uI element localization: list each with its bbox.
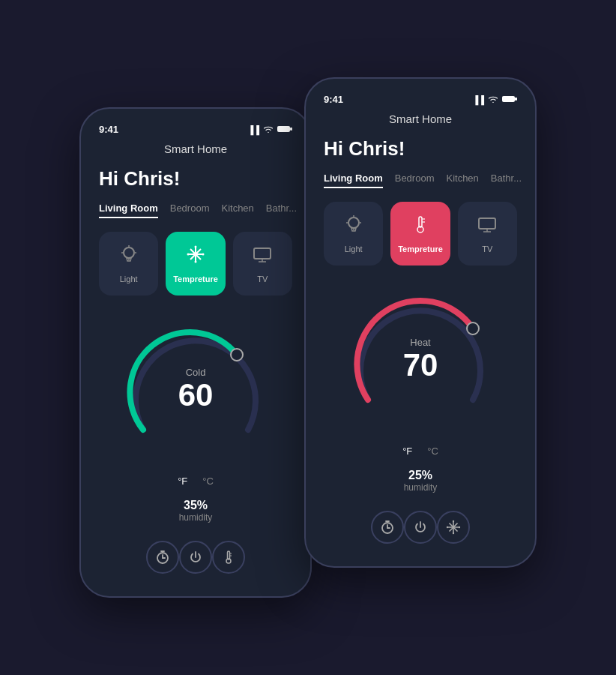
greeting-front: Hi Chris! — [306, 137, 535, 160]
device-light-front[interactable]: Light — [324, 202, 383, 266]
tab-bedroom-front[interactable]: Bedroom — [395, 172, 435, 188]
svg-point-11 — [194, 246, 196, 248]
battery-icon — [277, 125, 292, 134]
tab-bathroom-front[interactable]: Bathr... — [491, 172, 522, 188]
status-bar-front: 9:41 ▐▐ — [306, 94, 535, 105]
unit-f-front[interactable]: °F — [402, 446, 412, 457]
unit-c-front[interactable]: °C — [427, 446, 438, 457]
temperature-label-back: Tempreture — [173, 274, 218, 284]
tv-label-front: TV — [482, 244, 492, 254]
device-temperature-front[interactable]: Tempreture — [390, 202, 450, 266]
temp-units-front: °F °C — [402, 446, 438, 457]
dial-center-front: Heat 70 — [403, 337, 438, 381]
unit-f-back[interactable]: °F — [178, 476, 187, 487]
devices-grid-back: Light Tempreture — [81, 232, 310, 296]
svg-point-18 — [231, 349, 243, 361]
status-time-front: 9:41 — [324, 94, 343, 105]
status-icons-front: ▐▐ — [472, 95, 517, 104]
bottom-controls-back — [128, 541, 263, 574]
dial-temp-back: 60 — [178, 380, 214, 411]
status-time-back: 9:41 — [99, 124, 118, 135]
svg-rect-0 — [277, 126, 290, 132]
light-icon-back — [118, 244, 139, 270]
app-title-front: Smart Home — [306, 112, 535, 125]
thermostat-front: Heat 70 °F °C 25% humidity — [306, 284, 535, 544]
dial-front: Heat 70 — [345, 284, 495, 434]
battery-icon-front — [502, 95, 517, 104]
status-bar-back: 9:41 ▐▐ — [81, 124, 310, 135]
humidity-front: 25% humidity — [404, 469, 438, 493]
device-tv-back[interactable]: TV — [233, 232, 292, 296]
svg-point-13 — [187, 254, 189, 256]
signal-icon-front: ▐▐ — [472, 95, 484, 104]
signal-icon: ▐▐ — [247, 125, 259, 134]
tv-icon-front — [477, 214, 498, 240]
svg-rect-27 — [502, 96, 515, 102]
tab-living-room-front[interactable]: Living Room — [324, 172, 383, 188]
temperature-label-front: Tempreture — [398, 244, 443, 254]
light-label-front: Light — [345, 244, 363, 254]
room-tabs-back: Living Room Bedroom Kitchen Bathr... — [81, 202, 310, 218]
timer-button-back[interactable] — [146, 541, 179, 574]
svg-point-53 — [459, 526, 460, 528]
tab-bathroom-back[interactable]: Bathr... — [266, 202, 297, 218]
svg-point-50 — [453, 520, 454, 522]
svg-point-51 — [453, 532, 454, 534]
devices-grid-front: Light Tempreture — [306, 202, 535, 266]
svg-point-12 — [194, 261, 196, 263]
dial-temp-front: 70 — [403, 350, 438, 381]
power-button-front[interactable] — [404, 511, 437, 544]
phone-cold: 9:41 ▐▐ Smart Home — [79, 107, 312, 598]
svg-point-14 — [202, 254, 204, 256]
humidity-value-back: 35% — [179, 499, 213, 512]
tab-bedroom-back[interactable]: Bedroom — [170, 202, 210, 218]
dial-mode-front: Heat — [403, 337, 438, 348]
wifi-icon — [263, 125, 274, 134]
tab-kitchen-back[interactable]: Kitchen — [221, 202, 253, 218]
humidity-label-front: humidity — [404, 482, 438, 493]
light-icon-front — [343, 214, 364, 240]
tab-living-room-back[interactable]: Living Room — [99, 202, 158, 218]
svg-point-52 — [447, 526, 448, 528]
app-title-back: Smart Home — [81, 142, 310, 155]
temperature-icon-front — [410, 214, 431, 240]
svg-rect-15 — [254, 248, 271, 259]
room-tabs-front: Living Room Bedroom Kitchen Bathr... — [306, 172, 535, 188]
svg-rect-38 — [479, 218, 495, 229]
temp-units-back: °F °C — [178, 476, 214, 487]
tv-icon-back — [252, 244, 273, 270]
device-temperature-back[interactable]: Tempreture — [166, 232, 225, 296]
unit-c-back[interactable]: °C — [202, 476, 214, 487]
svg-point-41 — [467, 322, 479, 334]
light-label-back: Light — [120, 274, 138, 284]
thermometer-button-back[interactable] — [212, 541, 245, 574]
humidity-back: 35% humidity — [179, 499, 213, 523]
device-tv-front[interactable]: TV — [458, 202, 517, 266]
tv-label-back: TV — [257, 274, 268, 284]
greeting-back: Hi Chris! — [81, 167, 310, 190]
wifi-icon-front — [488, 95, 498, 104]
svg-rect-1 — [290, 128, 292, 130]
snowflake-button-front[interactable] — [437, 511, 470, 544]
dial-mode-back: Cold — [178, 367, 214, 378]
dial-center-back: Cold 60 — [178, 367, 214, 411]
phones-container: 9:41 ▐▐ Smart Home — [64, 62, 552, 613]
humidity-label-back: humidity — [179, 512, 213, 523]
temperature-icon-back — [185, 244, 206, 270]
phone-heat: 9:41 ▐▐ Smart Home — [304, 77, 537, 568]
svg-point-2 — [124, 248, 134, 258]
svg-rect-34 — [419, 217, 422, 227]
tab-kitchen-front[interactable]: Kitchen — [446, 172, 478, 188]
bottom-controls-front — [353, 511, 488, 544]
power-button-back[interactable] — [179, 541, 212, 574]
timer-button-front[interactable] — [371, 511, 404, 544]
svg-point-29 — [348, 218, 359, 228]
status-icons-back: ▐▐ — [247, 125, 292, 134]
dial-back: Cold 60 — [121, 314, 271, 464]
thermostat-back: Cold 60 °F °C 35% humidity — [81, 314, 310, 574]
svg-rect-28 — [515, 98, 517, 100]
device-light-back[interactable]: Light — [99, 232, 158, 296]
humidity-value-front: 25% — [404, 469, 438, 482]
